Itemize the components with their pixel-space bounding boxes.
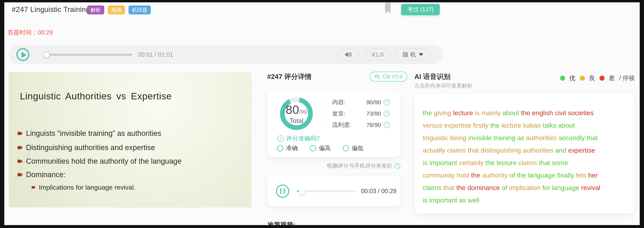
accuracy-radio[interactable]: 准确: [277, 144, 298, 152]
radio-circle[interactable]: [343, 145, 349, 151]
transcript-word[interactable]: is: [475, 109, 480, 116]
transcript-word[interactable]: that: [468, 146, 479, 154]
ai-panel-title: AI 语音识别: [414, 72, 450, 81]
transcript-word[interactable]: versus: [423, 121, 442, 129]
transcript-word[interactable]: the: [456, 184, 466, 191]
transcript-word[interactable]: is: [423, 159, 428, 166]
transcript-word[interactable]: finally: [557, 171, 574, 179]
bullet-arrow-icon: [18, 131, 23, 136]
transcript-word[interactable]: that: [444, 184, 454, 191]
radio-circle[interactable]: [310, 145, 316, 151]
transcript-word[interactable]: claims: [518, 159, 537, 166]
recording-progress-knob[interactable]: [298, 188, 306, 195]
transcript-word[interactable]: some: [552, 159, 568, 166]
transcript-word[interactable]: dominance: [468, 184, 500, 191]
play-button[interactable]: [16, 48, 29, 61]
transcript-word[interactable]: lecture: [496, 159, 516, 166]
speed-button[interactable]: X1.0: [365, 49, 390, 60]
transcript-word[interactable]: english: [532, 109, 553, 116]
transcript-word[interactable]: is: [423, 196, 428, 204]
play-mode-dropdown[interactable]: 随 机: [396, 49, 430, 60]
transcript-word[interactable]: authority: [482, 171, 508, 179]
app-window: #247 Linguistic Training 解析预测机经题 考过 (127…: [4, 2, 640, 225]
audio-progress-knob[interactable]: [43, 51, 50, 58]
question-tag[interactable]: 机经题: [128, 5, 151, 14]
question-tag[interactable]: 解析: [87, 5, 104, 14]
transcript-word[interactable]: distinguishing: [481, 146, 521, 154]
transcript-word[interactable]: that: [539, 159, 550, 166]
transcript-word[interactable]: invisible: [468, 134, 492, 141]
transcript-word[interactable]: giving: [434, 109, 451, 116]
transcript-word[interactable]: firstly: [473, 121, 488, 129]
transcript-word[interactable]: as: [459, 196, 466, 204]
slide-title: Linguistic Authorities vs Expertise: [20, 91, 172, 102]
transcript-word[interactable]: language: [552, 184, 579, 191]
info-icon[interactable]: i: [278, 135, 284, 142]
transcript-word[interactable]: lets: [576, 171, 586, 179]
transcript-word[interactable]: well: [468, 196, 480, 204]
transcript-word[interactable]: expertise: [444, 121, 471, 129]
radio-circle[interactable]: [277, 145, 283, 151]
transcript-word[interactable]: as: [517, 134, 524, 141]
transcript-word[interactable]: and: [555, 146, 566, 154]
transcript-word[interactable]: language: [528, 171, 555, 179]
transcript-word[interactable]: her: [588, 171, 598, 179]
transcript-word[interactable]: talks: [543, 121, 556, 129]
transcript-word[interactable]: authorities: [523, 146, 554, 154]
transcript-word[interactable]: actually: [423, 146, 445, 154]
transcript-word[interactable]: community: [423, 171, 455, 179]
transcript-word[interactable]: mainly: [482, 109, 501, 116]
audio-progress-bar[interactable]: [44, 54, 132, 56]
transcript-word[interactable]: the: [490, 121, 500, 129]
transcript-word[interactable]: the: [521, 109, 530, 116]
transcript-word[interactable]: civil: [555, 109, 566, 116]
transcript-word[interactable]: claims: [447, 146, 466, 154]
question-icon[interactable]: ?: [394, 163, 400, 169]
transcript-word[interactable]: expertise: [568, 146, 595, 154]
accuracy-radio[interactable]: 偏低: [343, 144, 364, 152]
pause-button[interactable]: [276, 185, 289, 198]
transcript-word[interactable]: linguistic: [423, 134, 448, 141]
transcript-word[interactable]: of: [502, 184, 507, 191]
transcript-word[interactable]: revival: [581, 184, 600, 191]
transcript-word[interactable]: being: [450, 134, 466, 141]
recording-progress-bar[interactable]: [297, 190, 356, 192]
transcript-word[interactable]: of: [510, 171, 515, 179]
transcript-word[interactable]: the: [517, 171, 526, 179]
transcript-word[interactable]: important: [430, 159, 457, 166]
transcript-word[interactable]: about: [502, 109, 519, 116]
transcript-word[interactable]: lecture: [453, 109, 473, 116]
transcript-word[interactable]: societies: [568, 109, 594, 116]
transcript-word[interactable]: important: [430, 196, 457, 204]
transcript-word[interactable]: the: [471, 171, 480, 179]
transcript-word[interactable]: claims: [423, 184, 442, 191]
transcript-word[interactable]: implication: [509, 184, 540, 191]
transcript-line: actually claims that distinguishing auth…: [423, 144, 628, 156]
question-tag[interactable]: 预测: [108, 5, 125, 14]
question-icon[interactable]: ?: [384, 122, 390, 128]
transcript-word[interactable]: for: [542, 184, 550, 191]
transcript-word[interactable]: certainly: [459, 159, 484, 166]
transcript-word[interactable]: hold: [457, 171, 469, 179]
slide-bullet: Communities hold the authority of the la…: [18, 157, 182, 165]
legend-dot-icon: [600, 76, 604, 81]
question-icon[interactable]: ?: [384, 99, 390, 106]
transcript-word[interactable]: about: [558, 121, 575, 129]
transcript-word[interactable]: the: [486, 159, 494, 166]
passed-count-button[interactable]: 考过 (127): [401, 4, 440, 15]
transcript-word[interactable]: kakao: [523, 121, 541, 129]
divider: [326, 99, 326, 129]
transcript-word[interactable]: that: [586, 134, 598, 141]
accuracy-radio[interactable]: 偏高: [310, 144, 330, 152]
transcript-word[interactable]: training: [494, 134, 516, 141]
transcript-word[interactable]: lecture: [502, 121, 521, 129]
transcript-word[interactable]: authorities: [526, 134, 557, 141]
transcript-word[interactable]: the: [423, 109, 432, 116]
volume-button[interactable]: [337, 49, 360, 60]
question-icon[interactable]: ?: [384, 111, 390, 117]
scoring-version-badge[interactable]: RL CN V2.0: [370, 72, 407, 82]
score-difference-note: 电脑评分与手机评分有差距 ?: [268, 162, 400, 170]
page-title: #247 Linguistic Training: [12, 5, 90, 14]
transcript-word[interactable]: secondly: [559, 134, 585, 141]
bookmark-icon[interactable]: [385, 3, 391, 14]
